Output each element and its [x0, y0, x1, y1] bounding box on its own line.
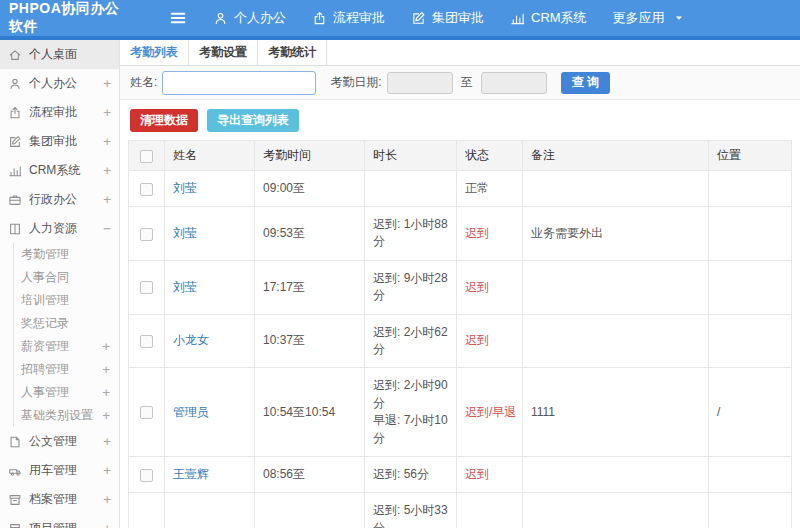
topnav-item[interactable]: 流程审批 [299, 9, 398, 27]
share-icon [8, 106, 22, 120]
edit-icon [8, 135, 22, 149]
expand-toggle-icon[interactable]: + [102, 385, 110, 400]
date-from-input[interactable] [387, 72, 453, 94]
date-to-input[interactable] [481, 72, 547, 94]
expand-toggle-icon[interactable]: + [102, 362, 110, 377]
location [709, 207, 792, 261]
hamburger-menu-icon[interactable] [168, 8, 188, 28]
row-checkbox[interactable] [140, 469, 153, 482]
sidebar-item-label: 用车管理 [29, 462, 103, 479]
sidebar-item[interactable]: 个人桌面 [0, 40, 119, 69]
sidebar-item[interactable]: 项目管理 + [0, 514, 119, 528]
sidebar-subitem[interactable]: 培训管理 [14, 289, 119, 312]
row-checkbox[interactable] [140, 281, 153, 294]
sidebar-item-label: CRM系统 [29, 162, 103, 179]
duration: 迟到: 56分 [365, 456, 457, 492]
topnav-item[interactable]: 集团审批 [398, 9, 497, 27]
expand-toggle-icon[interactable]: + [103, 521, 111, 528]
expand-toggle-icon[interactable]: + [103, 463, 111, 478]
expand-toggle-icon[interactable]: + [103, 434, 111, 449]
sidebar-item[interactable]: 用车管理 + [0, 456, 119, 485]
main-content: 考勤列表考勤设置考勤统计 姓名: 考勤日期: 至 查 询 清理数据 导出查询列表 [120, 40, 800, 528]
sidebar-item[interactable]: 流程审批 + [0, 98, 119, 127]
sidebar: 个人桌面 个人办公 + 流程审批 + 集团审批 + CRM系统 + 行政办公 +… [0, 40, 120, 528]
status-badge: 迟到 [457, 207, 523, 261]
expand-toggle-icon[interactable]: + [103, 492, 111, 507]
location [709, 456, 792, 492]
expand-toggle-icon[interactable]: + [103, 163, 111, 178]
sidebar-subitem-label: 考勤管理 [21, 246, 110, 263]
topnav-item[interactable]: CRM系统 [497, 9, 600, 27]
expand-toggle-icon[interactable]: + [102, 339, 110, 354]
sidebar-subitem-label: 人事合同 [21, 269, 110, 286]
briefcase-icon [8, 193, 22, 207]
expand-toggle-icon[interactable]: + [103, 192, 111, 207]
table-row: 小龙女 10:37至 迟到: 2小时62分 迟到 [129, 314, 792, 368]
export-list-button[interactable]: 导出查询列表 [207, 109, 299, 132]
sidebar-item[interactable]: 公文管理 + [0, 427, 119, 456]
sidebar-item[interactable]: CRM系统 + [0, 156, 119, 185]
row-checkbox[interactable] [140, 406, 153, 419]
sidebar-item-label: 档案管理 [29, 491, 103, 508]
location [709, 314, 792, 368]
search-button[interactable]: 查 询 [561, 72, 610, 94]
tab[interactable]: 考勤统计 [258, 40, 327, 65]
sidebar-item-label: 行政办公 [29, 191, 103, 208]
expand-toggle-icon[interactable]: + [103, 105, 111, 120]
sidebar-subitem[interactable]: 招聘管理 + [14, 358, 119, 381]
employee-name-link[interactable]: 刘莹 [173, 181, 197, 195]
select-all-checkbox[interactable] [140, 150, 153, 163]
sidebar-item[interactable]: 档案管理 + [0, 485, 119, 514]
employee-name-link[interactable]: 刘莹 [173, 226, 197, 240]
clean-data-button[interactable]: 清理数据 [130, 109, 198, 132]
name-filter-input[interactable] [162, 71, 316, 95]
topnav-item[interactable]: 个人办公 [200, 9, 299, 27]
date-filter-label: 考勤日期: [330, 74, 381, 91]
chart-icon [510, 11, 525, 26]
expand-toggle-icon[interactable]: + [103, 76, 111, 91]
sidebar-item[interactable]: 行政办公 + [0, 185, 119, 214]
sidebar-subitem-label: 基础类别设置 [21, 407, 102, 424]
sidebar-subitem[interactable]: 考勤管理 [14, 243, 119, 266]
column-header: 时长 [365, 141, 457, 171]
tab[interactable]: 考勤设置 [189, 40, 258, 65]
sidebar-subitem[interactable]: 薪资管理 + [14, 335, 119, 358]
employee-name-link[interactable]: 管理员 [173, 405, 209, 419]
duration: 迟到: 2小时62分 [365, 314, 457, 368]
action-bar: 清理数据 导出查询列表 [120, 100, 800, 140]
duration [365, 171, 457, 207]
row-checkbox[interactable] [140, 228, 153, 241]
row-checkbox[interactable] [140, 183, 153, 196]
book-icon [8, 222, 22, 236]
topnav-item-label: 集团审批 [432, 9, 484, 27]
attendance-time: 13:20至13:20 [255, 493, 365, 528]
expand-toggle-icon[interactable]: − [103, 221, 111, 236]
expand-toggle-icon[interactable]: + [102, 408, 110, 423]
status-badge: 正常 [457, 171, 523, 207]
employee-name-link[interactable]: 王壹辉 [173, 467, 209, 481]
sidebar-subitem[interactable]: 人事管理 + [14, 381, 119, 404]
chart-icon [8, 164, 22, 178]
person-icon [213, 11, 228, 26]
sidebar-item[interactable]: 人力资源 − [0, 214, 119, 243]
topnav-item-label: CRM系统 [531, 9, 587, 27]
expand-toggle-icon[interactable]: + [103, 134, 111, 149]
employee-name-link[interactable]: 刘莹 [173, 280, 197, 294]
share-icon [312, 11, 327, 26]
attendance-time: 08:56至 [255, 456, 365, 492]
person-icon [8, 77, 22, 91]
sidebar-subitem-label: 奖惩记录 [21, 315, 110, 332]
location: / [709, 493, 792, 528]
sidebar-item[interactable]: 集团审批 + [0, 127, 119, 156]
sidebar-subitem[interactable]: 基础类别设置 + [14, 404, 119, 427]
employee-name-link[interactable]: 小龙女 [173, 333, 209, 347]
top-navbar: PHPOA协同办公软件 个人办公 流程审批 集团审批 CRM系统 更多应用 [0, 0, 800, 40]
sidebar-subitem[interactable]: 人事合同 [14, 266, 119, 289]
tab[interactable]: 考勤列表 [120, 40, 189, 65]
note [523, 456, 709, 492]
sidebar-subitem[interactable]: 奖惩记录 [14, 312, 119, 335]
sidebar-item[interactable]: 个人办公 + [0, 69, 119, 98]
sidebar-item-label: 项目管理 [29, 520, 103, 528]
row-checkbox[interactable] [140, 335, 153, 348]
topnav-item[interactable]: 更多应用 [600, 9, 698, 27]
